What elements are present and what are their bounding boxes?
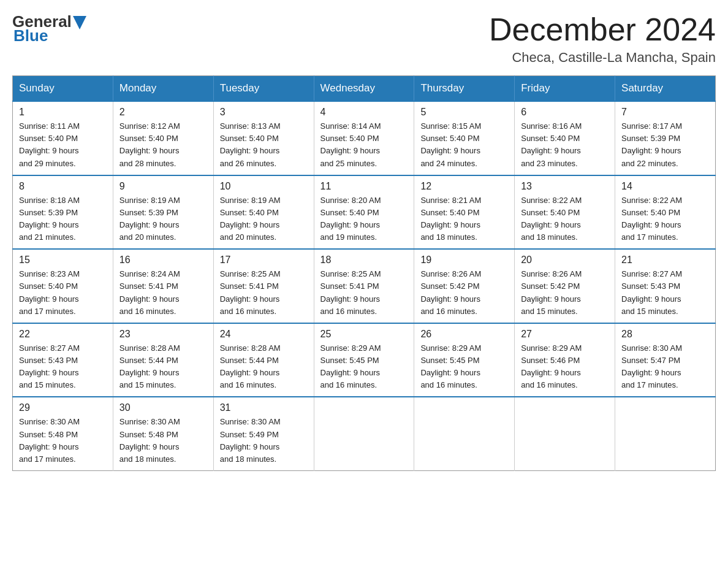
calendar-cell: 11 Sunrise: 8:20 AM Sunset: 5:40 PM Dayl…	[314, 175, 414, 250]
week-row-5: 29 Sunrise: 8:30 AM Sunset: 5:48 PM Dayl…	[13, 397, 716, 470]
day-number: 8	[19, 181, 107, 192]
day-number: 3	[220, 107, 308, 118]
week-row-4: 22 Sunrise: 8:27 AM Sunset: 5:43 PM Dayl…	[13, 323, 716, 397]
day-info: Sunrise: 8:22 AM Sunset: 5:40 PM Dayligh…	[621, 194, 709, 244]
calendar-cell: 10 Sunrise: 8:19 AM Sunset: 5:40 PM Dayl…	[213, 175, 314, 250]
logo: General Blue	[12, 12, 86, 45]
week-row-3: 15 Sunrise: 8:23 AM Sunset: 5:40 PM Dayl…	[13, 249, 716, 323]
day-number: 7	[621, 107, 709, 118]
calendar-table: SundayMondayTuesdayWednesdayThursdayFrid…	[12, 75, 716, 471]
day-info: Sunrise: 8:24 AM Sunset: 5:41 PM Dayligh…	[119, 268, 207, 318]
week-row-1: 1 Sunrise: 8:11 AM Sunset: 5:40 PM Dayli…	[13, 101, 716, 175]
day-number: 6	[521, 107, 609, 118]
calendar-cell: 25 Sunrise: 8:29 AM Sunset: 5:45 PM Dayl…	[314, 323, 414, 397]
day-number: 20	[521, 255, 609, 266]
day-number: 11	[320, 181, 408, 192]
day-number: 25	[320, 329, 408, 340]
col-header-tuesday: Tuesday	[213, 76, 314, 102]
day-info: Sunrise: 8:22 AM Sunset: 5:40 PM Dayligh…	[521, 194, 609, 244]
day-info: Sunrise: 8:19 AM Sunset: 5:40 PM Dayligh…	[220, 194, 308, 244]
day-info: Sunrise: 8:12 AM Sunset: 5:40 PM Dayligh…	[119, 120, 207, 170]
header-row: SundayMondayTuesdayWednesdayThursdayFrid…	[13, 76, 716, 102]
calendar-cell: 19 Sunrise: 8:26 AM Sunset: 5:42 PM Dayl…	[414, 249, 515, 323]
calendar-cell: 15 Sunrise: 8:23 AM Sunset: 5:40 PM Dayl…	[13, 249, 113, 323]
calendar-cell: 22 Sunrise: 8:27 AM Sunset: 5:43 PM Dayl…	[13, 323, 113, 397]
calendar-cell: 28 Sunrise: 8:30 AM Sunset: 5:47 PM Dayl…	[615, 323, 716, 397]
day-info: Sunrise: 8:19 AM Sunset: 5:39 PM Dayligh…	[119, 194, 207, 244]
day-info: Sunrise: 8:30 AM Sunset: 5:49 PM Dayligh…	[220, 416, 308, 465]
day-info: Sunrise: 8:13 AM Sunset: 5:40 PM Dayligh…	[220, 120, 308, 170]
svg-marker-0	[73, 16, 86, 29]
calendar-cell: 6 Sunrise: 8:16 AM Sunset: 5:40 PM Dayli…	[515, 101, 615, 175]
day-number: 23	[119, 329, 207, 340]
calendar-cell: 26 Sunrise: 8:29 AM Sunset: 5:45 PM Dayl…	[414, 323, 515, 397]
calendar-cell: 17 Sunrise: 8:25 AM Sunset: 5:41 PM Dayl…	[213, 249, 314, 323]
calendar-cell: 5 Sunrise: 8:15 AM Sunset: 5:40 PM Dayli…	[414, 101, 515, 175]
day-number: 5	[420, 107, 508, 118]
day-number: 12	[420, 181, 508, 192]
col-header-wednesday: Wednesday	[314, 76, 414, 102]
col-header-sunday: Sunday	[13, 76, 113, 102]
location-subtitle: Checa, Castille-La Mancha, Spain	[489, 50, 716, 66]
day-number: 26	[420, 329, 508, 340]
day-info: Sunrise: 8:27 AM Sunset: 5:43 PM Dayligh…	[19, 342, 107, 392]
day-info: Sunrise: 8:25 AM Sunset: 5:41 PM Dayligh…	[220, 268, 308, 318]
day-info: Sunrise: 8:16 AM Sunset: 5:40 PM Dayligh…	[521, 120, 609, 170]
day-info: Sunrise: 8:11 AM Sunset: 5:40 PM Dayligh…	[19, 120, 107, 170]
day-info: Sunrise: 8:28 AM Sunset: 5:44 PM Dayligh…	[119, 342, 207, 392]
day-number: 15	[19, 255, 107, 266]
day-number: 9	[119, 181, 207, 192]
day-number: 29	[19, 402, 107, 413]
week-row-2: 8 Sunrise: 8:18 AM Sunset: 5:39 PM Dayli…	[13, 175, 716, 250]
calendar-cell: 14 Sunrise: 8:22 AM Sunset: 5:40 PM Dayl…	[615, 175, 716, 250]
calendar-cell: 8 Sunrise: 8:18 AM Sunset: 5:39 PM Dayli…	[13, 175, 113, 250]
day-info: Sunrise: 8:18 AM Sunset: 5:39 PM Dayligh…	[19, 194, 107, 244]
day-info: Sunrise: 8:14 AM Sunset: 5:40 PM Dayligh…	[320, 120, 408, 170]
calendar-cell: 31 Sunrise: 8:30 AM Sunset: 5:49 PM Dayl…	[213, 397, 314, 470]
calendar-cell: 20 Sunrise: 8:26 AM Sunset: 5:42 PM Dayl…	[515, 249, 615, 323]
calendar-cell: 23 Sunrise: 8:28 AM Sunset: 5:44 PM Dayl…	[113, 323, 213, 397]
day-number: 10	[220, 181, 308, 192]
logo-triangle-icon	[73, 16, 86, 29]
calendar-header: SundayMondayTuesdayWednesdayThursdayFrid…	[13, 76, 716, 102]
col-header-monday: Monday	[113, 76, 213, 102]
day-info: Sunrise: 8:23 AM Sunset: 5:40 PM Dayligh…	[19, 268, 107, 318]
day-info: Sunrise: 8:21 AM Sunset: 5:40 PM Dayligh…	[420, 194, 508, 244]
col-header-thursday: Thursday	[414, 76, 515, 102]
day-info: Sunrise: 8:30 AM Sunset: 5:48 PM Dayligh…	[19, 416, 107, 465]
calendar-cell: 9 Sunrise: 8:19 AM Sunset: 5:39 PM Dayli…	[113, 175, 213, 250]
day-number: 13	[521, 181, 609, 192]
calendar-cell: 1 Sunrise: 8:11 AM Sunset: 5:40 PM Dayli…	[13, 101, 113, 175]
day-info: Sunrise: 8:30 AM Sunset: 5:47 PM Dayligh…	[621, 342, 709, 392]
day-number: 31	[220, 402, 308, 413]
day-number: 19	[420, 255, 508, 266]
day-info: Sunrise: 8:29 AM Sunset: 5:45 PM Dayligh…	[320, 342, 408, 392]
calendar-cell: 21 Sunrise: 8:27 AM Sunset: 5:43 PM Dayl…	[615, 249, 716, 323]
day-info: Sunrise: 8:30 AM Sunset: 5:48 PM Dayligh…	[119, 416, 207, 465]
day-info: Sunrise: 8:26 AM Sunset: 5:42 PM Dayligh…	[420, 268, 508, 318]
calendar-cell: 29 Sunrise: 8:30 AM Sunset: 5:48 PM Dayl…	[13, 397, 113, 470]
calendar-cell: 30 Sunrise: 8:30 AM Sunset: 5:48 PM Dayl…	[113, 397, 213, 470]
day-info: Sunrise: 8:25 AM Sunset: 5:41 PM Dayligh…	[320, 268, 408, 318]
calendar-cell: 12 Sunrise: 8:21 AM Sunset: 5:40 PM Dayl…	[414, 175, 515, 250]
day-info: Sunrise: 8:26 AM Sunset: 5:42 PM Dayligh…	[521, 268, 609, 318]
day-number: 21	[621, 255, 709, 266]
calendar-cell: 3 Sunrise: 8:13 AM Sunset: 5:40 PM Dayli…	[213, 101, 314, 175]
day-number: 14	[621, 181, 709, 192]
day-number: 22	[19, 329, 107, 340]
calendar-cell: 18 Sunrise: 8:25 AM Sunset: 5:41 PM Dayl…	[314, 249, 414, 323]
calendar-cell	[314, 397, 414, 470]
day-number: 30	[119, 402, 207, 413]
day-info: Sunrise: 8:15 AM Sunset: 5:40 PM Dayligh…	[420, 120, 508, 170]
day-number: 1	[19, 107, 107, 118]
day-info: Sunrise: 8:29 AM Sunset: 5:46 PM Dayligh…	[521, 342, 609, 392]
title-area: December 2024 Checa, Castille-La Mancha,…	[489, 12, 716, 66]
logo-blue-text: Blue	[13, 26, 48, 45]
day-info: Sunrise: 8:17 AM Sunset: 5:39 PM Dayligh…	[621, 120, 709, 170]
calendar-cell: 27 Sunrise: 8:29 AM Sunset: 5:46 PM Dayl…	[515, 323, 615, 397]
calendar-cell: 7 Sunrise: 8:17 AM Sunset: 5:39 PM Dayli…	[615, 101, 716, 175]
page-header: General Blue December 2024 Checa, Castil…	[12, 12, 716, 66]
calendar-cell	[615, 397, 716, 470]
day-number: 4	[320, 107, 408, 118]
day-number: 27	[521, 329, 609, 340]
